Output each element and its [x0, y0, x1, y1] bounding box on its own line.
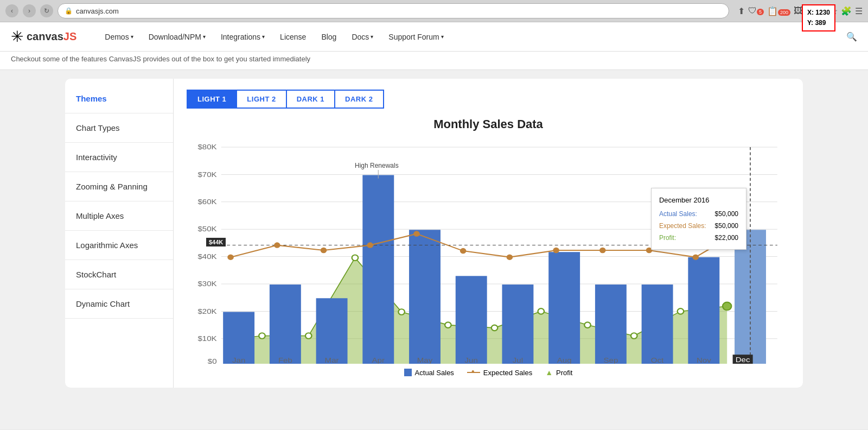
svg-text:$50K: $50K	[197, 225, 217, 233]
svg-point-27	[631, 333, 637, 339]
sidebar-item-interactivity[interactable]: Interactivity	[65, 143, 173, 172]
url-bar[interactable]: 🔒 canvasjs.com	[58, 3, 729, 18]
top-nav: ✳ canvasJS Demos ▾ Download/NPM ▾ Integr…	[0, 22, 868, 52]
svg-text:$30K: $30K	[197, 280, 217, 288]
nav-download[interactable]: Download/NPM ▾	[142, 29, 212, 45]
svg-point-21	[352, 255, 359, 261]
svg-text:Feb: Feb	[278, 356, 292, 364]
svg-rect-31	[270, 284, 301, 364]
tooltip-actual-value: $50,000	[715, 208, 738, 220]
download-arrow-icon: ▾	[203, 34, 206, 40]
chart-tooltip: December 2016 Actual Sales: $50,000 Expe…	[651, 188, 746, 250]
sidebar-item-multiple-axes[interactable]: Multiple Axes	[65, 201, 173, 231]
svg-rect-34	[409, 230, 441, 364]
nav-integrations[interactable]: Integrations ▾	[214, 29, 271, 45]
svg-point-19	[259, 333, 265, 339]
puzzle-icon[interactable]: 🧩	[841, 6, 852, 16]
nav-demos[interactable]: Demos ▾	[98, 29, 139, 45]
tooltip-expected-label: Expected Sales:	[659, 220, 706, 232]
docs-arrow-icon: ▾	[371, 34, 373, 40]
tab-dark2[interactable]: DARK 2	[335, 90, 384, 109]
coord-y: Y: 389	[807, 18, 830, 28]
integrations-arrow-icon: ▾	[262, 34, 265, 40]
svg-point-28	[678, 308, 684, 314]
tooltip-profit-row: Profit: $22,000	[659, 232, 738, 244]
svg-point-23	[445, 322, 451, 328]
svg-text:$10K: $10K	[197, 334, 217, 343]
tooltip-expected-row: Expected Sales: $50,000	[659, 220, 738, 232]
forward-button[interactable]: ›	[23, 4, 36, 17]
browser-chrome: ‹ › ↻ 🔒 canvasjs.com ⬆ 🛡5 📋200 🖼 ✏ 📄 ☆ 🧩…	[0, 0, 868, 22]
sidebar-item-stockchart[interactable]: StockChart	[65, 260, 173, 289]
chart-area: High Renewals $44K December 2016 Actual …	[187, 136, 790, 364]
chart-title: Monthly Sales Data	[187, 117, 790, 131]
nav-license[interactable]: License	[273, 29, 312, 45]
svg-rect-35	[456, 276, 487, 364]
logo-icon: ✳	[11, 28, 23, 46]
svg-point-24	[492, 325, 498, 331]
svg-text:Sep: Sep	[603, 356, 618, 364]
ext-icon1[interactable]: 📋200	[767, 6, 790, 16]
legend-expected-sales: Expected Sales	[467, 369, 532, 377]
svg-text:Jul: Jul	[513, 356, 523, 364]
svg-rect-36	[502, 284, 533, 364]
nav-support-forum[interactable]: Support Forum ▾	[382, 29, 450, 45]
demo-card: Themes Chart Types Interactivity Zooming…	[65, 79, 803, 388]
sidebar-item-dynamic-chart[interactable]: Dynamic Chart	[65, 289, 173, 319]
svg-text:Aug: Aug	[557, 356, 572, 364]
svg-text:$40K: $40K	[197, 252, 217, 260]
svg-point-44	[227, 254, 234, 260]
svg-point-49	[460, 248, 467, 254]
chart-legend: Actual Sales Expected Sales ▲ Profit	[187, 368, 790, 377]
svg-rect-38	[595, 284, 627, 364]
menu-icon[interactable]: ☰	[855, 6, 863, 16]
svg-point-29	[723, 302, 731, 311]
svg-rect-37	[548, 252, 580, 364]
svg-rect-39	[642, 284, 673, 364]
tooltip-actual-row: Actual Sales: $50,000	[659, 208, 738, 220]
tab-light2[interactable]: LIGHT 2	[237, 90, 286, 109]
chart-container: Monthly Sales Data High Renewals $44K De…	[187, 117, 790, 377]
back-button[interactable]: ‹	[5, 4, 18, 17]
svg-point-46	[321, 248, 327, 254]
svg-text:Apr: Apr	[372, 356, 385, 364]
svg-text:Oct: Oct	[651, 356, 663, 364]
svg-text:Dec: Dec	[736, 356, 750, 364]
legend-profit: ▲ Profit	[545, 368, 572, 377]
theme-tabs: LIGHT 1 LIGHT 2 DARK 1 DARK 2	[187, 90, 790, 109]
coord-tooltip: X: 1230 Y: 389	[802, 4, 835, 31]
legend-actual-icon	[404, 369, 412, 376]
sidebar-item-logarithmic-axes[interactable]: Logarithmic Axes	[65, 231, 173, 260]
coord-x: X: 1230	[807, 8, 830, 18]
svg-point-22	[398, 309, 405, 315]
subtitle-text: Checkout some of the features CanvasJS p…	[11, 55, 310, 63]
svg-point-26	[584, 322, 591, 328]
svg-point-45	[274, 242, 280, 248]
svg-text:$70K: $70K	[197, 170, 217, 178]
nav-links: Demos ▾ Download/NPM ▾ Integrations ▾ Li…	[98, 29, 846, 45]
nav-docs[interactable]: Docs ▾	[345, 29, 380, 45]
search-icon[interactable]: 🔍	[846, 31, 857, 42]
svg-text:$0: $0	[208, 357, 217, 364]
tooltip-profit-value: $22,000	[715, 232, 738, 244]
sidebar-item-chart-types[interactable]: Chart Types	[65, 113, 173, 143]
ext-icon2[interactable]: 🖼	[794, 6, 802, 16]
reload-button[interactable]: ↻	[40, 4, 53, 17]
shield-icon[interactable]: 🛡5	[748, 6, 764, 16]
sidebar-item-zooming-panning[interactable]: Zooming & Panning	[65, 172, 173, 201]
tab-light1[interactable]: LIGHT 1	[187, 90, 237, 109]
tooltip-actual-label: Actual Sales:	[659, 208, 697, 220]
svg-point-48	[413, 231, 420, 237]
svg-text:Jun: Jun	[465, 356, 478, 364]
nav-blog[interactable]: Blog	[315, 29, 343, 45]
svg-rect-32	[316, 298, 348, 364]
logo-area: ✳ canvasJS	[11, 28, 76, 46]
legend-actual-sales: Actual Sales	[404, 369, 454, 377]
tab-dark1[interactable]: DARK 1	[287, 90, 335, 109]
demos-arrow-icon: ▾	[131, 34, 133, 40]
svg-point-25	[538, 308, 545, 314]
share-icon[interactable]: ⬆	[738, 6, 745, 16]
sidebar-item-themes[interactable]: Themes	[65, 84, 173, 113]
svg-point-20	[305, 333, 312, 339]
svg-text:$60K: $60K	[197, 198, 217, 206]
